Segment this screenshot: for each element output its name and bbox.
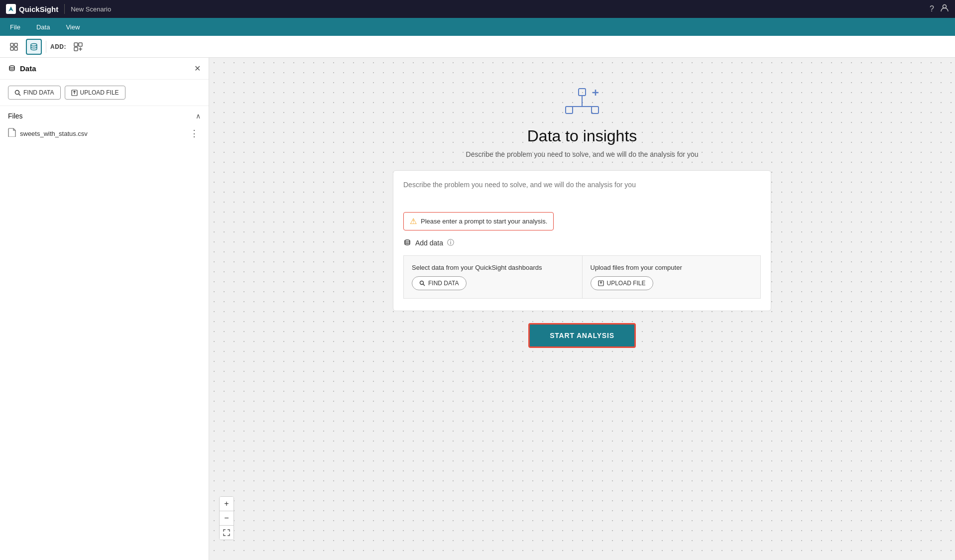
zoom-out-button[interactable]: −	[220, 511, 234, 525]
start-analysis-button[interactable]: START ANALYSIS	[528, 323, 636, 348]
files-section: Files ∧ sweets_with_status.csv ⋮	[0, 106, 209, 560]
svg-point-26	[420, 281, 424, 285]
upload-file-button[interactable]: UPLOAD FILE	[65, 86, 125, 100]
canvas-upload-icon	[598, 280, 604, 286]
sidebar-title: Data	[20, 64, 36, 73]
file-name: sweets_with_status.csv	[20, 130, 88, 137]
warning-text: Please enter a prompt to start your anal…	[421, 218, 547, 225]
toolbar-data-btn[interactable]	[26, 39, 42, 55]
analysis-textarea[interactable]	[403, 181, 761, 211]
data-sources-row: Select data from your QuickSight dashboa…	[403, 255, 761, 299]
svg-rect-19	[592, 107, 598, 113]
data-source-right-title: Upload files from your computer	[591, 264, 753, 271]
svg-rect-5	[14, 47, 17, 50]
canvas-find-data-button[interactable]: FIND DATA	[412, 276, 467, 290]
data-source-right-panel: Upload files from your computer UPLOAD F…	[582, 255, 761, 299]
topbar: QuickSight New Scenario ?	[0, 0, 955, 18]
svg-line-27	[423, 284, 425, 286]
sidebar-header: Data ✕	[0, 58, 209, 80]
file-item-left: sweets_with_status.csv	[8, 128, 88, 139]
svg-marker-0	[8, 6, 13, 11]
svg-point-25	[405, 240, 410, 242]
svg-point-6	[31, 43, 37, 46]
svg-rect-17	[579, 89, 586, 96]
info-icon[interactable]: ⓘ	[447, 238, 454, 247]
sidebar-close-button[interactable]: ✕	[194, 64, 201, 73]
files-header: Files ∧	[0, 106, 209, 124]
data-icon	[8, 65, 16, 73]
add-data-label: Add data	[415, 239, 443, 247]
data-source-left-title: Select data from your QuickSight dashboa…	[412, 264, 574, 271]
svg-rect-7	[74, 43, 78, 46]
find-data-button[interactable]: FIND DATA	[8, 86, 61, 100]
menu-file[interactable]: File	[7, 21, 23, 33]
svg-rect-3	[14, 43, 17, 46]
svg-rect-4	[10, 47, 13, 50]
svg-rect-2	[10, 43, 13, 46]
search-icon	[14, 90, 21, 96]
toolbar: ADD:	[0, 36, 955, 58]
add-data-icon	[403, 239, 411, 247]
file-icon	[8, 128, 16, 139]
toolbar-scene-btn[interactable]	[6, 39, 22, 55]
zoom-controls: + −	[219, 496, 234, 540]
app-name: QuickSight	[19, 5, 58, 13]
canvas: Data to insights Describe the problem yo…	[209, 58, 955, 560]
menubar: File Data View	[0, 18, 955, 36]
files-collapse-button[interactable]: ∧	[196, 112, 201, 120]
svg-rect-18	[566, 107, 573, 113]
zoom-expand-button[interactable]	[220, 526, 234, 540]
toolbar-divider	[46, 41, 46, 53]
zoom-in-button[interactable]: +	[220, 497, 234, 511]
add-data-row: Add data ⓘ	[403, 238, 761, 247]
logo-icon	[6, 4, 16, 14]
canvas-upload-file-button[interactable]: UPLOAD FILE	[591, 276, 653, 290]
file-item[interactable]: sweets_with_status.csv ⋮	[0, 124, 209, 143]
sidebar-actions: FIND DATA UPLOAD FILE	[0, 80, 209, 106]
scenario-label: New Scenario	[71, 5, 111, 13]
file-menu-button[interactable]: ⋮	[188, 128, 201, 139]
insights-heading: Data to insights	[527, 127, 637, 145]
topbar-divider	[64, 4, 65, 14]
svg-rect-8	[79, 43, 82, 46]
insights-subheading: Describe the problem you need to solve, …	[466, 150, 699, 158]
svg-point-13	[15, 90, 19, 94]
start-analysis-area: START ANALYSIS	[528, 323, 636, 348]
analysis-card: ⚠ Please enter a prompt to start your an…	[393, 170, 771, 311]
analysis-warning: ⚠ Please enter a prompt to start your an…	[403, 212, 554, 230]
toolbar-add-label: ADD:	[50, 43, 66, 50]
svg-point-12	[9, 66, 14, 68]
data-source-left-panel: Select data from your QuickSight dashboa…	[403, 255, 582, 299]
user-icon[interactable]	[940, 3, 949, 14]
main-layout: Data ✕ FIND DATA UPLOAD FILE	[0, 58, 955, 560]
files-label: Files	[8, 112, 23, 120]
toolbar-add-visual-btn[interactable]	[70, 39, 86, 55]
sidebar-title-row: Data	[8, 64, 36, 73]
menu-data[interactable]: Data	[33, 21, 53, 33]
canvas-search-icon	[419, 280, 425, 286]
menu-view[interactable]: View	[63, 21, 83, 33]
sidebar: Data ✕ FIND DATA UPLOAD FILE	[0, 58, 209, 560]
insights-area: Data to insights Describe the problem yo…	[393, 88, 771, 348]
upload-icon	[71, 90, 78, 96]
svg-line-14	[19, 94, 21, 96]
app-logo: QuickSight	[6, 4, 58, 14]
svg-rect-9	[74, 47, 78, 51]
insights-icon	[565, 88, 599, 119]
help-icon[interactable]: ?	[930, 4, 934, 13]
warning-icon: ⚠	[410, 217, 417, 226]
